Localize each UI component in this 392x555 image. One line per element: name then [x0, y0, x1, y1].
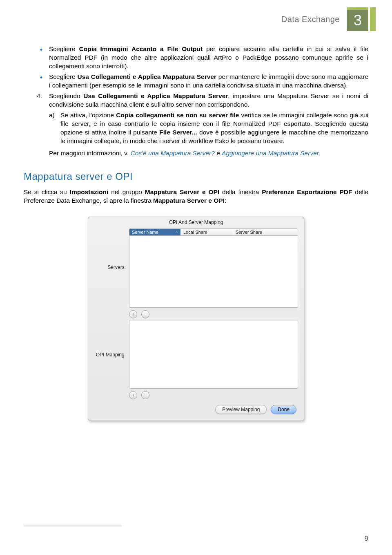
opi-dialog: OPI And Server Mapping Servers: Server N… [88, 217, 304, 421]
footer-rule [24, 526, 122, 526]
sub-item: a) Se attiva, l'opzione Copia collegamen… [60, 111, 368, 145]
header-title: Data Exchange [281, 15, 340, 24]
done-button[interactable]: Done [271, 405, 296, 414]
bullet-list: Scegliere Copia Immagini Accanto a File … [24, 45, 368, 90]
opi-listbox[interactable] [129, 320, 298, 389]
add-server-button[interactable]: + [129, 310, 137, 318]
preview-mapping-button[interactable]: Preview Mapping [215, 405, 267, 414]
section-heading: Mappatura server e OPI [24, 171, 368, 182]
sort-indicator-icon[interactable] [173, 228, 180, 236]
info-line: Per maggiori informazioni, v. Cos'è una … [24, 150, 368, 157]
page-number: 9 [365, 535, 368, 543]
link-what-is[interactable]: Cos'è una Mappatura Server? [131, 150, 215, 157]
remove-opi-button[interactable]: − [141, 391, 149, 399]
servers-columns: Server Name Local Share Server Share [129, 228, 298, 236]
servers-listbox[interactable] [129, 236, 298, 308]
item-marker: 4. [37, 92, 42, 101]
remove-server-button[interactable]: − [141, 310, 149, 318]
dialog-title: OPI And Server Mapping [88, 217, 304, 227]
numbered-item: 4. Scegliendo Usa Collegamenti e Applica… [49, 92, 368, 146]
bullet-item: Scegliere Copia Immagini Accanto a File … [49, 45, 368, 71]
add-opi-button[interactable]: + [129, 391, 137, 399]
col-server-name[interactable]: Server Name [129, 228, 173, 236]
col-local-share[interactable]: Local Share [180, 228, 233, 236]
sub-marker: a) [49, 111, 55, 120]
bullet-item: Scegliere Usa Collegamenti e Applica Map… [49, 73, 368, 90]
servers-label: Servers: [94, 228, 129, 270]
opi-label: OPI Mapping: [94, 320, 129, 358]
chapter-badge: 3 [347, 7, 368, 31]
col-server-share[interactable]: Server Share [233, 228, 298, 236]
section-paragraph: Se si clicca su Impostazioni nel gruppo … [24, 188, 368, 205]
link-add-mapping[interactable]: Aggiungere una Mappatura Server [222, 150, 319, 157]
